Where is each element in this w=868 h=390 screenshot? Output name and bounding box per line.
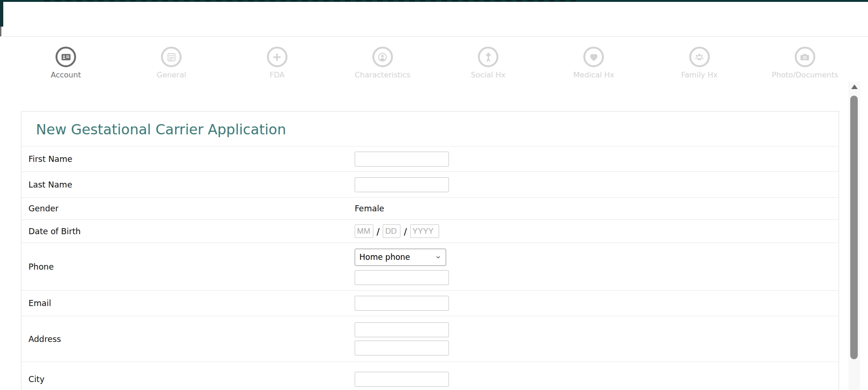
form-row-city: City: [21, 362, 839, 390]
step-label: Characteristics: [355, 70, 411, 79]
phone-type-selected-value: Home phone: [359, 252, 410, 262]
dob-year-input[interactable]: [410, 224, 439, 238]
step-label: Social Hx: [471, 70, 505, 79]
person-circle-icon: [377, 52, 388, 63]
last-name-input[interactable]: [355, 177, 449, 192]
step-label: Family Hx: [681, 70, 718, 79]
city-label: City: [28, 375, 355, 384]
step-social-hx[interactable]: Social Hx: [435, 47, 541, 79]
stepper-nav: Account General: [13, 47, 858, 79]
dob-separator: /: [377, 226, 379, 237]
step-label: Medical Hx: [573, 70, 614, 79]
step-general[interactable]: General: [119, 47, 224, 79]
phone-number-input[interactable]: [355, 270, 449, 285]
step-circle: [161, 47, 182, 67]
form-row-phone: Phone Home phone: [21, 243, 839, 290]
application-form-card: New Gestational Carrier Application Firs…: [21, 111, 839, 390]
phone-label: Phone: [28, 262, 355, 272]
clipped-top-header: [0, 0, 868, 2]
step-circle: [56, 47, 76, 67]
scrollbar[interactable]: [848, 82, 860, 390]
form-row-last-name: Last Name: [21, 171, 839, 197]
left-edge-strip: [0, 27, 1, 36]
first-name-label: First Name: [28, 154, 355, 164]
step-circle: [689, 47, 710, 67]
form-row-first-name: First Name: [21, 146, 839, 171]
dob-separator: /: [404, 226, 406, 237]
step-account[interactable]: Account: [13, 47, 119, 79]
step-circle: [372, 47, 393, 67]
scroll-up-arrow[interactable]: [851, 84, 858, 89]
camera-icon: [799, 52, 810, 63]
id-card-icon: [61, 52, 71, 63]
dob-month-input[interactable]: [355, 224, 373, 238]
step-circle: [267, 47, 287, 67]
step-characteristics[interactable]: Characteristics: [330, 47, 435, 79]
clipped-text-remnant: [44, 0, 581, 2]
step-circle: [478, 47, 498, 67]
step-label: Account: [51, 70, 81, 79]
left-edge-accent: [0, 0, 3, 27]
plus-icon: [272, 52, 282, 63]
step-fda[interactable]: FDA: [224, 47, 330, 79]
first-name-input[interactable]: [355, 152, 449, 167]
email-label: Email: [28, 299, 355, 308]
step-photo-documents[interactable]: Photo/Documents: [752, 47, 858, 79]
dob-label: Date of Birth: [28, 227, 355, 236]
step-label: Photo/Documents: [772, 70, 838, 79]
form-row-address: Address: [21, 316, 839, 362]
form-row-email: Email: [21, 290, 839, 316]
last-name-label: Last Name: [28, 180, 355, 189]
chevron-down-icon: [435, 254, 441, 260]
step-label: General: [157, 70, 186, 79]
email-input[interactable]: [355, 296, 449, 311]
form-row-gender: Gender Female: [21, 197, 839, 219]
gender-label: Gender: [28, 204, 355, 213]
figure-icon: [483, 52, 494, 63]
phone-controls: Home phone: [355, 249, 449, 285]
header-divider: [3, 36, 868, 37]
step-circle: [795, 47, 815, 67]
step-family-hx[interactable]: Family Hx: [647, 47, 752, 79]
form-row-dob: Date of Birth / /: [21, 219, 839, 243]
people-icon: [694, 52, 705, 63]
application-window: Account General: [0, 0, 868, 390]
dob-day-input[interactable]: [383, 224, 400, 238]
dob-inputs: / /: [355, 224, 439, 238]
gender-value: Female: [355, 204, 384, 213]
address-controls: [355, 322, 449, 355]
step-medical-hx[interactable]: Medical Hx: [541, 47, 646, 79]
address-line1-input[interactable]: [355, 322, 449, 337]
clipboard-icon: [166, 52, 177, 63]
page-title: New Gestational Carrier Application: [21, 111, 839, 146]
city-input[interactable]: [355, 372, 449, 387]
phone-type-select[interactable]: Home phone: [355, 249, 446, 266]
address-label: Address: [28, 334, 355, 344]
address-line2-input[interactable]: [355, 341, 449, 355]
step-label: FDA: [270, 70, 285, 79]
scrollbar-thumb[interactable]: [850, 96, 858, 359]
step-circle: [583, 47, 604, 67]
heart-icon: [588, 52, 599, 63]
